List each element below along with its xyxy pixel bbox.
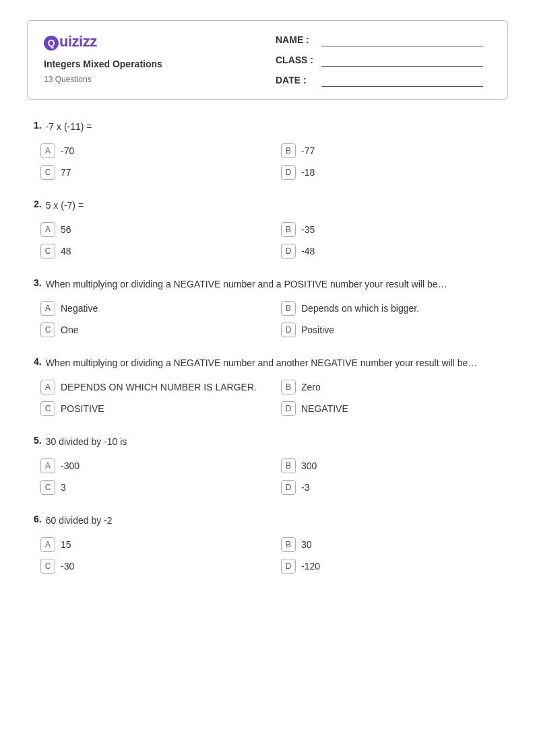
- option-badge-2-B: B: [281, 222, 296, 237]
- options-grid-1: A-70B-77C77D-18: [27, 143, 508, 180]
- quiz-title: Integers Mixed Operations: [44, 59, 162, 69]
- option-item-1-B: B-77: [281, 143, 508, 158]
- options-grid-3: ANegativeBDepends on which is bigger.COn…: [27, 301, 508, 337]
- option-item-6-A: A15: [40, 537, 268, 552]
- option-text-3-B: Depends on which is bigger.: [301, 301, 419, 316]
- logo-text: uizizz: [59, 33, 97, 50]
- question-number-2: 2.: [34, 199, 42, 209]
- option-item-3-B: BDepends on which is bigger.: [281, 301, 508, 316]
- option-item-4-A: ADEPENDS ON WHICH NUMBER IS LARGER.: [40, 380, 268, 394]
- option-item-6-D: D-120: [281, 559, 508, 574]
- option-badge-4-C: C: [40, 401, 55, 416]
- option-item-5-C: C3: [40, 480, 268, 495]
- option-badge-6-C: C: [40, 559, 55, 574]
- logo: Quizizz: [44, 33, 162, 50]
- option-item-2-D: D-48: [281, 244, 508, 259]
- name-label: NAME :: [276, 34, 316, 45]
- option-text-2-C: 48: [61, 244, 71, 259]
- logo-q-icon: Q: [44, 36, 59, 50]
- question-number-3: 3.: [34, 277, 42, 288]
- option-badge-5-B: B: [281, 458, 296, 473]
- option-badge-3-B: B: [281, 301, 296, 316]
- class-input[interactable]: [321, 53, 483, 67]
- option-text-3-A: Negative: [61, 301, 98, 316]
- option-text-1-B: -77: [301, 143, 315, 158]
- date-label: DATE :: [276, 75, 316, 85]
- options-grid-5: A-300B300C3D-3: [27, 458, 508, 495]
- option-text-5-B: 300: [301, 458, 317, 473]
- option-badge-4-A: A: [40, 380, 55, 394]
- option-item-1-A: A-70: [40, 143, 268, 158]
- question-text-6: 60 divided by -2: [46, 514, 113, 528]
- question-block-3: 3.When multiplying or dividing a NEGATIV…: [27, 277, 508, 337]
- name-row: NAME :: [276, 33, 491, 46]
- options-grid-6: A15B30C-30D-120: [27, 537, 508, 574]
- question-text-1: -7 x (-11) =: [46, 120, 92, 134]
- question-block-2: 2.5 x (-7) =A56B-35C48D-48: [27, 199, 508, 259]
- question-row-3: 3.When multiplying or dividing a NEGATIV…: [27, 277, 508, 291]
- option-text-3-C: One: [61, 322, 78, 337]
- option-text-5-A: -300: [61, 458, 80, 473]
- option-item-4-C: CPOSITIVE: [40, 401, 268, 416]
- options-grid-4: ADEPENDS ON WHICH NUMBER IS LARGER.BZero…: [27, 380, 508, 416]
- option-text-2-A: 56: [61, 222, 71, 237]
- option-text-6-B: 30: [301, 537, 312, 552]
- option-item-3-C: COne: [40, 322, 268, 337]
- option-item-1-D: D-18: [281, 165, 508, 180]
- name-input[interactable]: [321, 33, 483, 46]
- option-text-1-A: -70: [61, 143, 74, 158]
- questions-container: 1.-7 x (-11) =A-70B-77C77D-182.5 x (-7) …: [27, 120, 508, 574]
- options-grid-2: A56B-35C48D-48: [27, 222, 508, 259]
- option-text-2-D: -48: [301, 244, 315, 259]
- option-text-6-C: -30: [61, 559, 74, 574]
- date-input[interactable]: [321, 73, 483, 87]
- logo-area: Quizizz Integers Mixed Operations 13 Que…: [44, 33, 162, 84]
- option-text-4-C: POSITIVE: [61, 401, 104, 416]
- option-badge-4-D: D: [281, 401, 296, 416]
- quiz-count: 13 Questions: [44, 75, 162, 84]
- option-badge-1-C: C: [40, 165, 55, 180]
- option-item-3-A: ANegative: [40, 301, 268, 316]
- option-item-2-B: B-35: [281, 222, 508, 237]
- question-number-5: 5.: [34, 435, 42, 446]
- option-item-6-B: B30: [281, 537, 508, 552]
- option-item-4-D: DNEGATIVE: [281, 401, 508, 416]
- option-text-2-B: -35: [301, 222, 315, 237]
- question-row-4: 4.When multiplying or dividing a NEGATIV…: [27, 356, 508, 370]
- option-badge-6-A: A: [40, 537, 55, 552]
- question-text-3: When multiplying or dividing a NEGATIVE …: [46, 277, 447, 291]
- class-label: CLASS :: [276, 55, 316, 65]
- option-item-5-A: A-300: [40, 458, 268, 473]
- option-text-3-D: Positive: [301, 322, 334, 337]
- question-row-6: 6.60 divided by -2: [27, 514, 508, 528]
- option-text-5-C: 3: [61, 480, 66, 495]
- option-badge-2-C: C: [40, 244, 55, 259]
- option-item-5-B: B300: [281, 458, 508, 473]
- option-text-4-D: NEGATIVE: [301, 401, 348, 416]
- fields-area: NAME : CLASS : DATE :: [276, 33, 491, 87]
- question-row-5: 5.30 divided by -10 is: [27, 435, 508, 449]
- question-number-4: 4.: [34, 356, 42, 367]
- option-badge-5-C: C: [40, 480, 55, 495]
- option-badge-5-D: D: [281, 480, 296, 495]
- option-item-2-A: A56: [40, 222, 268, 237]
- option-badge-2-A: A: [40, 222, 55, 237]
- option-text-4-B: Zero: [301, 380, 321, 394]
- option-badge-3-D: D: [281, 322, 296, 337]
- question-number-1: 1.: [34, 120, 42, 131]
- option-badge-5-A: A: [40, 458, 55, 473]
- question-block-4: 4.When multiplying or dividing a NEGATIV…: [27, 356, 508, 416]
- option-text-6-D: -120: [301, 559, 320, 574]
- option-badge-1-B: B: [281, 143, 296, 158]
- question-text-4: When multiplying or dividing a NEGATIVE …: [46, 356, 478, 370]
- option-item-5-D: D-3: [281, 480, 508, 495]
- option-badge-1-A: A: [40, 143, 55, 158]
- header-box: Quizizz Integers Mixed Operations 13 Que…: [27, 20, 508, 100]
- question-block-6: 6.60 divided by -2A15B30C-30D-120: [27, 514, 508, 574]
- option-text-1-C: 77: [61, 165, 71, 180]
- question-number-6: 6.: [34, 514, 42, 524]
- option-item-4-B: BZero: [281, 380, 508, 394]
- option-item-3-D: DPositive: [281, 322, 508, 337]
- option-text-5-D: -3: [301, 480, 309, 495]
- option-text-4-A: DEPENDS ON WHICH NUMBER IS LARGER.: [61, 380, 257, 394]
